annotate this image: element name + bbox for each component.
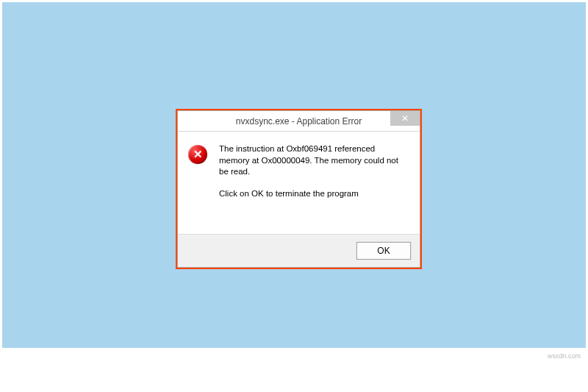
dialog-message: The instruction at Oxbf069491 referenced… — [212, 143, 406, 227]
error-dialog: nvxdsync.exe - Application Error ✕ ✕ The… — [177, 110, 420, 268]
dialog-titlebar: nvxdsync.exe - Application Error ✕ — [178, 111, 420, 132]
message-line-2: Click on OK to terminate the program — [219, 188, 406, 200]
dialog-button-row: OK — [178, 234, 420, 267]
dialog-title: nvxdsync.exe - Application Error — [236, 116, 362, 126]
message-line-1: The instruction at Oxbf069491 referenced… — [219, 143, 406, 178]
dialog-highlight-frame: nvxdsync.exe - Application Error ✕ ✕ The… — [176, 109, 422, 269]
close-button[interactable]: ✕ — [390, 111, 420, 126]
dialog-content: ✕ The instruction at Oxbf069491 referenc… — [178, 132, 420, 234]
icon-container: ✕ — [188, 143, 212, 227]
ok-button[interactable]: OK — [356, 242, 411, 260]
error-icon: ✕ — [188, 145, 207, 164]
desktop-background: nvxdsync.exe - Application Error ✕ ✕ The… — [2, 2, 586, 348]
watermark-text: wsxdn.com — [548, 352, 581, 360]
close-icon: ✕ — [401, 113, 409, 124]
ok-button-label: OK — [377, 246, 390, 256]
